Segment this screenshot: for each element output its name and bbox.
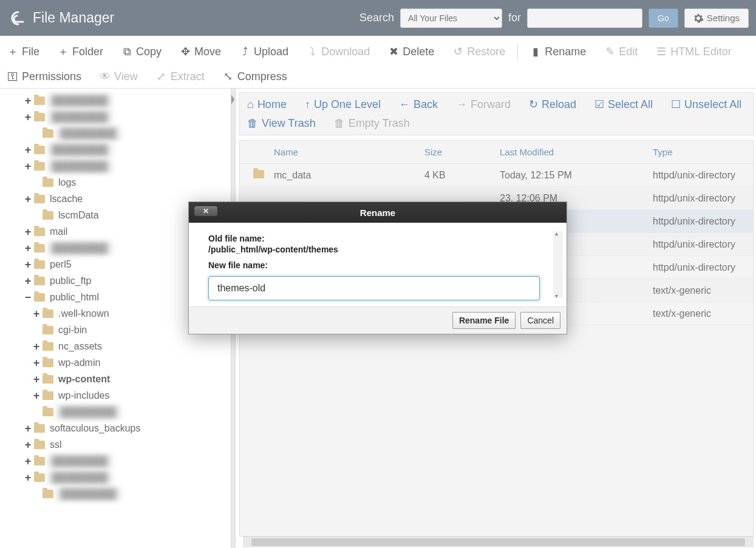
new-name-input[interactable] bbox=[208, 276, 540, 300]
old-name-path: /public_html/wp-content/themes bbox=[208, 245, 552, 254]
rename-file-button[interactable]: Rename File bbox=[452, 312, 516, 329]
dialog-scrollbar[interactable] bbox=[553, 231, 563, 298]
cancel-button[interactable]: Cancel bbox=[520, 312, 560, 329]
new-name-label: New file name: bbox=[208, 260, 552, 270]
dialog-title-bar[interactable]: ✕ Rename bbox=[189, 202, 567, 223]
close-button[interactable]: ✕ bbox=[194, 206, 218, 217]
old-name-label: Old file name: bbox=[208, 234, 552, 243]
close-icon: ✕ bbox=[203, 207, 209, 215]
rename-dialog: ✕ Rename Old file name: /public_html/wp-… bbox=[188, 201, 567, 334]
dialog-title: Rename bbox=[360, 208, 395, 218]
